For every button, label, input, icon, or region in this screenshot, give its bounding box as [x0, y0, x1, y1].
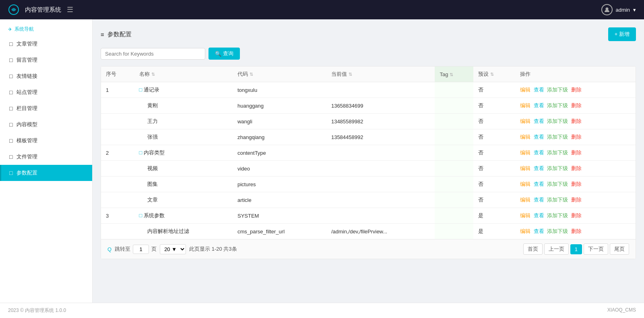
view-link[interactable]: 查看 [534, 197, 544, 203]
add-sub-link[interactable]: 添加下级 [547, 228, 568, 234]
main-layout: ✈ 系统导航 □ 文章管理 □ 留言管理 □ 友情链接 □ 站点管理 □ 栏目管… [0, 19, 644, 303]
menu-toggle-icon[interactable]: ☰ [67, 5, 73, 14]
view-link[interactable]: 查看 [534, 212, 544, 218]
view-link[interactable]: 查看 [534, 102, 544, 108]
sidebar-item-label: 内容模型 [17, 121, 37, 128]
view-link[interactable]: 查看 [534, 134, 544, 140]
add-sub-link[interactable]: 添加下级 [547, 87, 568, 93]
add-sub-link[interactable]: 添加下级 [547, 134, 568, 140]
delete-link[interactable]: 删除 [571, 228, 582, 234]
sidebar-item-content-model[interactable]: □ 内容模型 [0, 116, 92, 133]
table-row: 内容解析地址过滤 cms_parse_filter_url /admin,/de… [101, 224, 636, 239]
view-link[interactable]: 查看 [534, 228, 544, 234]
add-sub-link[interactable]: 添加下级 [547, 118, 568, 124]
tag-cell [435, 161, 473, 177]
tag-cell [435, 145, 473, 161]
delete-link[interactable]: 删除 [571, 165, 582, 171]
current-val-cell [326, 161, 435, 177]
add-sub-link[interactable]: 添加下级 [547, 102, 568, 108]
sidebar-item-param[interactable]: □ 参数配置 [0, 165, 92, 181]
page-jump-input[interactable] [133, 245, 149, 254]
sidebar-item-label: 栏目管理 [17, 105, 37, 112]
logo-icon [8, 4, 19, 15]
data-table: 序号 名称⇅ 代码⇅ 当前值⇅ Tag⇅ 预设⇅ 操作 1 □通记录 tongx… [101, 67, 636, 239]
first-page-button[interactable]: 首页 [523, 243, 543, 255]
delete-link[interactable]: 删除 [571, 212, 582, 218]
delete-link[interactable]: 删除 [571, 150, 582, 156]
current-val-cell: 13584458992 [326, 129, 435, 145]
edit-link[interactable]: 编辑 [520, 87, 530, 93]
action-cell: 编辑 查看 添加下级 删除 [515, 224, 636, 239]
footer: 2023 © 内容管理系统 1.0.0 XIAOQ_CMS [0, 303, 644, 318]
delete-link[interactable]: 删除 [571, 181, 582, 187]
comment-icon: □ [9, 57, 12, 63]
delete-link[interactable]: 删除 [571, 102, 582, 108]
prev-page-button[interactable]: 上一页 [544, 243, 569, 255]
sidebar-item-article[interactable]: □ 文章管理 [0, 36, 92, 52]
seq-cell [101, 192, 134, 208]
add-sub-link[interactable]: 添加下级 [547, 150, 568, 156]
sidebar-item-column[interactable]: □ 栏目管理 [0, 100, 92, 116]
add-sub-link[interactable]: 添加下级 [547, 165, 568, 171]
seq-cell [101, 114, 134, 129]
delete-link[interactable]: 删除 [571, 197, 582, 203]
sidebar-item-site[interactable]: □ 站点管理 [0, 84, 92, 100]
col-code: 代码⇅ [233, 67, 326, 82]
avatar [601, 4, 613, 15]
edit-link[interactable]: 编辑 [520, 212, 530, 218]
page-size-select[interactable]: 20 ▼ 10 50 [160, 244, 186, 254]
edit-link[interactable]: 编辑 [520, 181, 530, 187]
preset-cell: 否 [473, 114, 515, 129]
view-link[interactable]: 查看 [534, 118, 544, 124]
pagination-bar: Q 跳转至 页 20 ▼ 10 50 此页显示 1-20 共3条 首页 [101, 239, 636, 259]
edit-link[interactable]: 编辑 [520, 165, 530, 171]
name-cell: 图集 [134, 177, 233, 192]
edit-link[interactable]: 编辑 [520, 134, 530, 140]
new-button[interactable]: + 新增 [608, 27, 636, 41]
view-link[interactable]: 查看 [534, 181, 544, 187]
edit-link[interactable]: 编辑 [520, 102, 530, 108]
seq-cell [101, 224, 134, 239]
edit-link[interactable]: 编辑 [520, 228, 530, 234]
sidebar-item-comment[interactable]: □ 留言管理 [0, 52, 92, 68]
current-page-button[interactable]: 1 [570, 244, 582, 254]
current-val-cell: /admin,/dev,/filePrview... [326, 224, 435, 239]
next-page-button[interactable]: 下一页 [584, 243, 608, 255]
tag-cell [435, 129, 473, 145]
page-label: 页 [151, 245, 157, 253]
sidebar-item-template[interactable]: □ 模板管理 [0, 133, 92, 149]
search-input[interactable] [101, 48, 205, 60]
name-cell: 文章 [134, 192, 233, 208]
table-row: 黄刚 huanggang 13658834699 否 编辑 查看 添加下级 删除 [101, 98, 636, 114]
add-sub-link[interactable]: 添加下级 [547, 181, 568, 187]
edit-link[interactable]: 编辑 [520, 118, 530, 124]
name-cell: 视频 [134, 161, 233, 177]
action-cell: 编辑 查看 添加下级 删除 [515, 129, 636, 145]
add-sub-link[interactable]: 添加下级 [547, 212, 568, 218]
app-title: 内容管理系统 [25, 6, 61, 14]
col-seq: 序号 [101, 67, 134, 82]
sidebar-item-file[interactable]: □ 文件管理 [0, 149, 92, 165]
edit-link[interactable]: 编辑 [520, 197, 530, 203]
seq-cell [101, 177, 134, 192]
view-link[interactable]: 查看 [534, 165, 544, 171]
add-sub-link[interactable]: 添加下级 [547, 197, 568, 203]
user-menu[interactable]: admin ▾ [601, 4, 636, 15]
seq-cell: 2 [101, 145, 134, 161]
column-icon: □ [9, 105, 12, 112]
delete-link[interactable]: 删除 [571, 87, 582, 93]
user-dropdown-icon[interactable]: ▾ [633, 7, 636, 13]
table-header-row: 序号 名称⇅ 代码⇅ 当前值⇅ Tag⇅ 预设⇅ 操作 [101, 67, 636, 82]
sidebar-item-links[interactable]: □ 友情链接 [0, 68, 92, 84]
pagination-left: Q 跳转至 页 20 ▼ 10 50 此页显示 1-20 共3条 [107, 244, 237, 254]
table-row: 张强 zhangqiang 13584458992 否 编辑 查看 添加下级 删… [101, 129, 636, 145]
delete-link[interactable]: 删除 [571, 118, 582, 124]
view-link[interactable]: 查看 [534, 150, 544, 156]
search-button[interactable]: 🔍 查询 [208, 48, 240, 60]
template-icon: □ [9, 137, 12, 144]
edit-link[interactable]: 编辑 [520, 150, 530, 156]
name-cell: 内容解析地址过滤 [134, 224, 233, 239]
delete-link[interactable]: 删除 [571, 134, 582, 140]
view-link[interactable]: 查看 [534, 87, 544, 93]
last-page-button[interactable]: 尾页 [610, 243, 629, 255]
